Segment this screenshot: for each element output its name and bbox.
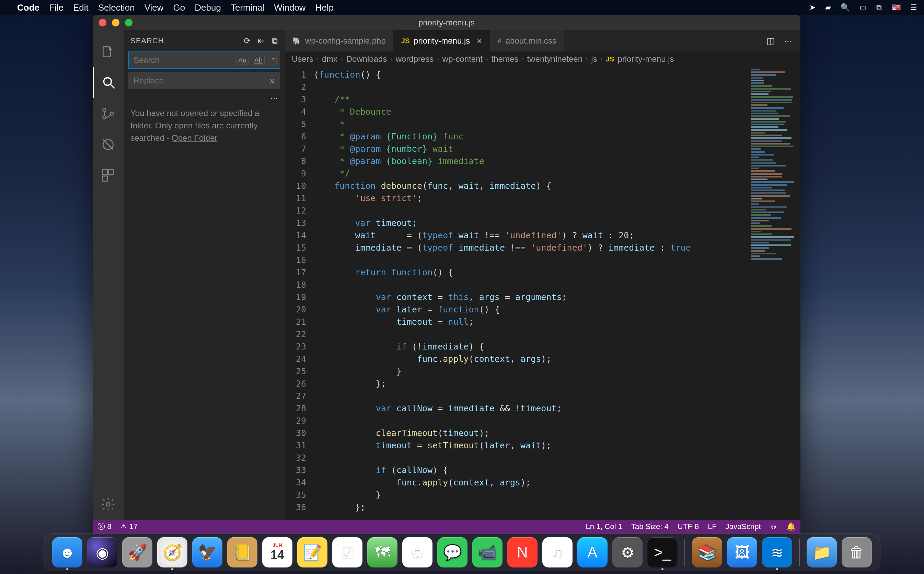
menu-debug[interactable]: Debug <box>195 2 221 13</box>
feedback-icon[interactable]: ☺ <box>770 522 778 531</box>
dock-messages-icon[interactable]: 💬 <box>437 537 468 568</box>
replace-input[interactable]: ⤭ <box>128 72 280 89</box>
dock-trash-icon[interactable]: 🗑 <box>842 537 872 568</box>
search-field[interactable] <box>134 55 236 65</box>
svg-rect-6 <box>109 170 114 175</box>
match-case-icon[interactable]: Aa <box>236 55 249 65</box>
tab-wp-config-sample-php[interactable]: 🐘wp-config-sample.php <box>285 30 394 52</box>
notification-icon[interactable]: ▰ <box>825 3 831 12</box>
dock-finder-icon[interactable]: ☻ <box>52 537 82 568</box>
tab-priority-menu-js[interactable]: JSpriority-menu.js× <box>394 30 490 52</box>
debug-icon[interactable] <box>93 129 124 160</box>
menu-go[interactable]: Go <box>173 2 185 13</box>
split-editor-icon[interactable]: ◫ <box>767 36 775 46</box>
clear-search-icon[interactable]: ⇤ <box>258 36 265 46</box>
menu-selection[interactable]: Selection <box>98 2 135 13</box>
extensions-icon[interactable] <box>93 160 124 191</box>
svg-rect-5 <box>102 170 108 175</box>
app-name[interactable]: Code <box>17 2 39 13</box>
toggle-search-details-icon[interactable]: ··· <box>124 93 285 104</box>
replace-all-icon[interactable]: ⤭ <box>269 77 275 85</box>
menu-terminal[interactable]: Terminal <box>231 2 264 13</box>
tab-about-min-css[interactable]: #about.min.css <box>490 30 564 52</box>
dock-launchpad-icon[interactable]: 🚀 <box>122 537 153 568</box>
css-file-icon: # <box>498 37 502 45</box>
breadcrumb-item[interactable]: wordpress <box>396 54 434 64</box>
settings-gear-icon[interactable] <box>93 489 124 520</box>
replace-field[interactable] <box>134 76 269 85</box>
breadcrumb-item[interactable]: priority-menu.js <box>617 54 674 64</box>
svg-point-2 <box>102 116 106 119</box>
window-title: priority-menu.js <box>93 18 800 27</box>
dock-itunes-icon[interactable]: ♫ <box>542 537 573 568</box>
js-file-icon: JS <box>606 55 614 63</box>
cursor-position[interactable]: Ln 1, Col 1 <box>586 522 622 531</box>
cursor-icon[interactable]: ➤ <box>809 3 815 12</box>
search-input[interactable]: Aa Ab .* <box>128 52 280 69</box>
problems-warnings[interactable]: ⚠ 17 <box>120 522 138 531</box>
tab-close-icon[interactable]: × <box>477 36 482 46</box>
code-editor[interactable]: (function() { /** * Debounce * * @param … <box>314 66 749 520</box>
source-control-icon[interactable] <box>93 98 124 129</box>
dock-photos-icon[interactable]: ✿ <box>402 537 433 568</box>
dock-siri-icon[interactable]: ◉ <box>87 537 117 568</box>
problems-errors[interactable]: ⓧ 8 <box>98 522 111 532</box>
statusbar: ⓧ 8 ⚠ 17 Ln 1, Col 1 Tab Size: 4 UTF-8 L… <box>93 520 800 533</box>
collapse-icon[interactable]: ⧉ <box>272 36 278 46</box>
regex-icon[interactable]: .* <box>268 55 277 65</box>
dock-reminders-icon[interactable]: ☑ <box>332 537 362 568</box>
menu-view[interactable]: View <box>145 2 164 13</box>
display-icon[interactable]: ⧉ <box>876 3 882 12</box>
eol-setting[interactable]: LF <box>708 522 717 531</box>
dock-facetime-icon[interactable]: 📹 <box>472 537 502 568</box>
language-mode[interactable]: JavaScript <box>726 522 761 531</box>
titlebar: priority-menu.js <box>93 15 800 30</box>
search-icon[interactable] <box>93 67 124 98</box>
more-actions-icon[interactable]: ··· <box>784 36 792 46</box>
editor-area: 🐘wp-config-sample.phpJSpriority-menu.js×… <box>285 30 800 520</box>
breadcrumb-item[interactable]: themes <box>491 54 519 64</box>
breadcrumb-item[interactable]: twentynineteen <box>527 54 582 64</box>
dock-maps-icon[interactable]: 🗺 <box>367 537 397 568</box>
input-source-icon[interactable]: 🇺🇸 <box>891 3 900 12</box>
dock-mail-icon[interactable]: 🦅 <box>192 537 222 568</box>
spotlight-icon[interactable]: 🔍 <box>841 3 850 12</box>
refresh-icon[interactable]: ⟳ <box>244 36 251 46</box>
breadcrumbs[interactable]: Users›dmx›Downloads›wordpress›wp-content… <box>285 52 800 66</box>
menu-help[interactable]: Help <box>315 2 334 13</box>
match-word-icon[interactable]: Ab <box>252 55 264 65</box>
dock-settings-icon[interactable]: ⚙ <box>612 537 642 568</box>
dock-books-icon[interactable]: 📚 <box>692 537 722 568</box>
battery-icon[interactable]: ▭ <box>859 3 867 12</box>
dock-preview-icon[interactable]: 🖼 <box>727 537 757 568</box>
breadcrumb-item[interactable]: js <box>591 54 597 64</box>
breadcrumb-item[interactable]: dmx <box>322 54 337 64</box>
notifications-bell-icon[interactable]: 🔔 <box>786 522 796 531</box>
encoding-setting[interactable]: UTF-8 <box>678 522 699 531</box>
tab-label: wp-config-sample.php <box>305 36 386 46</box>
php-file-icon: 🐘 <box>293 37 301 45</box>
control-center-icon[interactable]: ☰ <box>910 3 917 12</box>
menu-file[interactable]: File <box>49 2 63 13</box>
macos-menubar: Code FileEditSelectionViewGoDebugTermina… <box>0 0 924 15</box>
minimap[interactable] <box>749 66 800 520</box>
breadcrumb-item[interactable]: Downloads <box>346 54 387 64</box>
dock-contacts-icon[interactable]: 📒 <box>227 537 257 568</box>
dock-notes-icon[interactable]: 📝 <box>297 537 327 568</box>
menu-edit[interactable]: Edit <box>73 2 88 13</box>
explorer-icon[interactable] <box>93 36 124 67</box>
menu-window[interactable]: Window <box>274 2 305 13</box>
indent-setting[interactable]: Tab Size: 4 <box>631 522 669 531</box>
breadcrumb-item[interactable]: Users <box>292 54 313 64</box>
dock-appstore-icon[interactable]: A <box>577 537 608 568</box>
macos-dock: ☻◉🚀🧭🦅📒JUN14📝☑🗺✿💬📹N♫A⚙>_📚🖼≋📁🗑 <box>44 533 880 571</box>
open-folder-link[interactable]: Open Folder <box>172 133 217 142</box>
dock-terminal-icon[interactable]: >_ <box>647 537 678 568</box>
dock-calendar-icon[interactable]: JUN14 <box>262 537 293 568</box>
dock-vscode-icon[interactable]: ≋ <box>762 537 792 568</box>
activity-bar <box>93 30 124 520</box>
dock-safari-icon[interactable]: 🧭 <box>157 537 187 568</box>
dock-news-icon[interactable]: N <box>507 537 537 568</box>
breadcrumb-item[interactable]: wp-content <box>442 54 483 64</box>
dock-folder-icon[interactable]: 📁 <box>807 537 837 568</box>
